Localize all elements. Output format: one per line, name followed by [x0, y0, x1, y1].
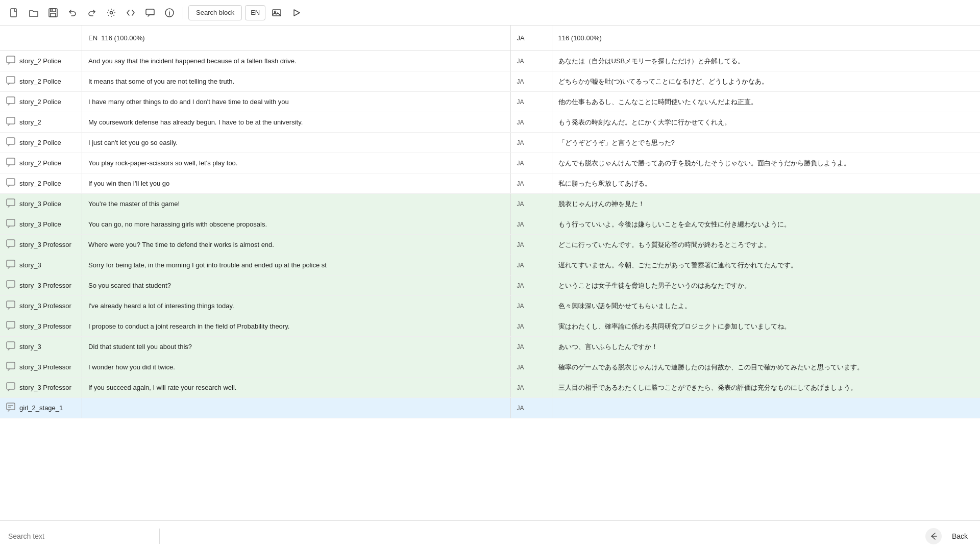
- table-row[interactable]: story_2 My coursework defense has alread…: [0, 112, 980, 133]
- row-icon-13: [6, 321, 15, 332]
- table-row[interactable]: story_2 Police And you say that the inci…: [0, 51, 980, 71]
- play-icon[interactable]: [288, 5, 304, 21]
- col-ja-count: 116 (100.00%): [558, 34, 602, 42]
- cell-en-15: I wonder how you did it twice.: [82, 357, 510, 377]
- cell-en-2: I have many other things to do and I don…: [82, 92, 510, 112]
- cell-en-13: I propose to conduct a joint research in…: [82, 316, 510, 336]
- svg-rect-11: [7, 77, 15, 83]
- row-icon-7: [6, 198, 15, 209]
- cell-speaker-12: story_3 Professor: [0, 296, 82, 316]
- language-button[interactable]: EN: [245, 5, 265, 20]
- table-row[interactable]: story_3 Professor I've already heard a l…: [0, 296, 980, 316]
- cell-speaker-10: story_3: [0, 255, 82, 275]
- cell-ja-12: 色々興味深い話を聞かせてもらいましたよ。: [552, 296, 981, 316]
- row-icon-17: [6, 403, 15, 413]
- row-icon-10: [6, 260, 15, 270]
- row-icon-2: [6, 96, 15, 107]
- table-row[interactable]: story_3 Professor Where were you? The ti…: [0, 235, 980, 255]
- table-body[interactable]: story_2 Police And you say that the inci…: [0, 51, 980, 520]
- col-ja-count-header: 116 (100.00%): [552, 26, 981, 51]
- row-icon-5: [6, 158, 15, 168]
- cell-speaker-17: girl_2_stage_1: [0, 398, 82, 418]
- table-row[interactable]: story_3 Professor So you scared that stu…: [0, 276, 980, 296]
- svg-rect-26: [7, 383, 15, 389]
- cell-ja-17: [552, 398, 981, 418]
- open-folder-icon[interactable]: [26, 5, 42, 21]
- image-icon[interactable]: [268, 5, 285, 21]
- table-row[interactable]: story_3 Police You can go, no more haras…: [0, 214, 980, 235]
- table-row[interactable]: story_2 Police I just can't let you go s…: [0, 133, 980, 153]
- col-en-label: EN: [88, 34, 97, 42]
- cell-ja-14: あいつ、言いふらしたんですか！: [552, 337, 981, 357]
- cell-en-8: You can go, no more harassing girls with…: [82, 214, 510, 234]
- cell-ja-lang-3: JA: [511, 112, 552, 132]
- table-row[interactable]: story_3 Professor If you succeed again, …: [0, 378, 980, 398]
- comment-icon[interactable]: [142, 5, 158, 21]
- search-block-button[interactable]: Search block: [188, 5, 242, 20]
- table-row[interactable]: story_2 Police You play rock-paper-sciss…: [0, 153, 980, 173]
- back-icon[interactable]: [925, 528, 942, 544]
- cell-en-4: I just can't let you go so easily.: [82, 133, 510, 153]
- cell-speaker-text-12: story_3 Professor: [19, 302, 71, 310]
- code-icon[interactable]: [122, 5, 139, 21]
- cell-speaker-9: story_3 Professor: [0, 235, 82, 255]
- col-ja-label: JA: [517, 34, 525, 42]
- cell-speaker-text-13: story_3 Professor: [19, 322, 71, 330]
- cell-ja-lang-8: JA: [511, 214, 552, 234]
- cell-speaker-text-9: story_3 Professor: [19, 241, 71, 248]
- cell-speaker-15: story_3 Professor: [0, 357, 82, 377]
- cell-speaker-text-11: story_3 Professor: [19, 282, 71, 289]
- cell-ja-lang-17: JA: [511, 398, 552, 418]
- svg-rect-23: [7, 321, 15, 328]
- cell-speaker-7: story_3 Police: [0, 194, 82, 214]
- cell-ja-8: もう行っていいよ。今後は嫌らしいことを企んで女性に付き纏わないように。: [552, 214, 981, 234]
- info-icon[interactable]: [161, 5, 178, 21]
- cell-en-14: Did that student tell you about this?: [82, 337, 510, 357]
- cell-speaker-0: story_2 Police: [0, 51, 82, 71]
- cell-ja-lang-1: JA: [511, 71, 552, 91]
- cell-speaker-text-8: story_3 Police: [19, 220, 61, 228]
- table-row[interactable]: story_3 Sorry for being late, in the mor…: [0, 255, 980, 276]
- cell-speaker-text-16: story_3 Professor: [19, 384, 71, 391]
- undo-icon[interactable]: [64, 5, 81, 21]
- cell-en-5: You play rock-paper-scissors so well, le…: [82, 153, 510, 173]
- cell-ja-lang-2: JA: [511, 92, 552, 112]
- cell-speaker-1: story_2 Police: [0, 71, 82, 91]
- cell-speaker-text-6: story_2 Police: [19, 180, 61, 187]
- svg-rect-24: [7, 342, 15, 348]
- svg-rect-19: [7, 240, 15, 246]
- table-header: EN 116 (100.00%) JA 116 (100.00%): [0, 26, 980, 51]
- cell-en-0: And you say that the incident happened b…: [82, 51, 510, 71]
- cell-en-17: [82, 398, 510, 418]
- table-row[interactable]: story_2 Police I have many other things …: [0, 92, 980, 112]
- cell-ja-lang-0: JA: [511, 51, 552, 71]
- row-icon-4: [6, 137, 15, 148]
- svg-rect-3: [51, 13, 56, 17]
- table-row[interactable]: story_3 Police You're the master of this…: [0, 194, 980, 214]
- svg-rect-27: [7, 403, 15, 410]
- table-row[interactable]: story_2 Police If you win then I'll let …: [0, 173, 980, 194]
- cell-ja-lang-10: JA: [511, 255, 552, 275]
- svg-rect-10: [7, 56, 15, 63]
- row-icon-1: [6, 76, 15, 87]
- search-text-input[interactable]: [8, 532, 151, 540]
- cell-speaker-11: story_3 Professor: [0, 276, 82, 295]
- svg-rect-16: [7, 179, 15, 185]
- redo-icon[interactable]: [84, 5, 100, 21]
- table-row[interactable]: story_2 Police It means that some of you…: [0, 71, 980, 92]
- cell-en-6: If you win then I'll let you go: [82, 173, 510, 193]
- cell-speaker-13: story_3 Professor: [0, 316, 82, 336]
- back-button[interactable]: Back: [948, 530, 972, 542]
- new-file-icon[interactable]: [6, 5, 22, 21]
- table-row[interactable]: story_3 Professor I wonder how you did i…: [0, 357, 980, 378]
- settings-icon[interactable]: [103, 5, 119, 21]
- cell-ja-16: 三人目の相手であるわたくしに勝つことができたら、発表の評価は充分なものにしてあげ…: [552, 378, 981, 397]
- table-row[interactable]: story_3 Did that student tell you about …: [0, 337, 980, 357]
- save-icon[interactable]: [45, 5, 61, 21]
- table-row[interactable]: girl_2_stage_1 JA: [0, 398, 980, 418]
- table-row[interactable]: story_3 Professor I propose to conduct a…: [0, 316, 980, 337]
- cell-en-16: If you succeed again, I will rate your r…: [82, 378, 510, 397]
- cell-en-3: My coursework defense has already begun.…: [82, 112, 510, 132]
- col-speaker-header: [0, 26, 82, 51]
- cell-speaker-5: story_2 Police: [0, 153, 82, 173]
